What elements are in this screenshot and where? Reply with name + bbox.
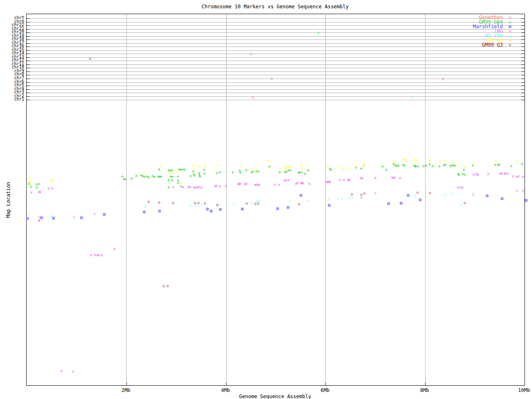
wi-rh-point: ∗ — [167, 169, 170, 175]
gm99-gb4-point: + — [329, 167, 332, 172]
marshfield-point — [103, 213, 106, 216]
gm99-gb4-point: + — [124, 177, 127, 182]
mb-gridline — [325, 14, 326, 385]
marshfield-point — [276, 207, 279, 210]
tng-point: × — [239, 181, 242, 186]
marshfield-point — [407, 194, 409, 197]
y-tick — [521, 50, 525, 51]
y-tick — [27, 61, 30, 61]
chart-title: Chromosome 10 Markers vs Genome Sequence… — [26, 4, 524, 10]
gm99-gb4-point: + — [218, 170, 222, 175]
y-tick — [27, 43, 30, 44]
wi-rh-point: ∗ — [180, 180, 183, 186]
wi-yac-point: △ — [190, 203, 192, 207]
marshfield-point — [300, 194, 302, 197]
tng-point: × — [328, 180, 331, 185]
gm99-g3-point: ◇ — [148, 200, 150, 204]
gm99-gb4-point: + — [498, 162, 501, 167]
tng-point: × — [393, 175, 396, 180]
chart-canvas: Chromosome 10 Markers vs Genome Sequence… — [0, 0, 532, 399]
tng-point: × — [338, 177, 341, 182]
gm99-gb4-point: + — [198, 174, 202, 179]
marshfield-point — [241, 208, 244, 210]
wi-yac-point: △ — [444, 192, 446, 196]
wi-rh-point: ∗ — [143, 169, 146, 175]
gm99-gb4-point: + — [239, 170, 242, 175]
gm99-gb4-point: + — [193, 173, 196, 178]
gm99-g3-point: ◇ — [172, 201, 175, 205]
tng-point: × — [30, 190, 33, 195]
x-tick-label-6Mb: 6Mb — [320, 387, 330, 393]
tng-point: × — [71, 369, 74, 374]
tng-point: × — [273, 182, 276, 187]
wi-yac-point: △ — [233, 201, 235, 205]
wi-rh-point: ∗ — [347, 165, 351, 171]
y-tick — [521, 75, 525, 75]
wi-rh-point: ∗ — [239, 163, 242, 168]
marshfield-point — [419, 199, 421, 201]
y-tick — [521, 22, 525, 22]
gm99-gb4-point: + — [397, 163, 400, 168]
mb-gridline — [226, 14, 227, 385]
y-tick — [521, 57, 525, 58]
tng-point: × — [441, 76, 444, 81]
gm99-gb4-point: + — [431, 163, 435, 169]
tng-point: × — [296, 180, 299, 185]
marshfield-point — [143, 211, 145, 213]
tng-point: × — [60, 369, 63, 374]
wi-yac-point: △ — [414, 193, 416, 197]
gm99-g3-point: ◇ — [197, 201, 200, 205]
tng-point: × — [258, 182, 261, 187]
tng-point: × — [487, 172, 490, 177]
wi-rh-point: ∗ — [463, 163, 466, 169]
y-tick — [521, 18, 525, 19]
wi-rh-point: ∗ — [254, 167, 258, 172]
wi-rh-point: ∗ — [355, 164, 358, 170]
y-tick — [521, 29, 525, 30]
wi-rh-point: ∗ — [340, 165, 343, 171]
wi-rh-point: ∗ — [288, 164, 292, 170]
wi-yac-point: △ — [341, 197, 343, 200]
gm99-gb4-point: + — [463, 172, 466, 177]
wi-yac-point: △ — [200, 203, 202, 207]
x-tick-label-8Mb: 8Mb — [420, 387, 429, 393]
y-tick — [521, 79, 525, 79]
tng-point: × — [361, 176, 364, 181]
tng-point: × — [512, 174, 515, 179]
wi-rh-point: ∗ — [515, 158, 519, 164]
chromosome-gridline — [27, 50, 525, 51]
y-tick — [27, 82, 30, 83]
marshfield-point — [287, 206, 289, 209]
gm99-g3-point: ◇ — [360, 192, 362, 197]
gm99-g3-point: ◇ — [254, 202, 256, 206]
tng-point: × — [113, 246, 116, 251]
y-tick — [521, 96, 525, 97]
tng-point: × — [270, 76, 273, 81]
y-tick — [521, 43, 525, 44]
genethon-point: ◇ — [374, 191, 377, 195]
wi-rh-point: ∗ — [278, 165, 282, 171]
gm99-g3-point: ◇ — [246, 201, 248, 205]
gm99-gb4-point: + — [183, 167, 186, 172]
legend-marker-marshfield — [509, 25, 511, 28]
marshfield-point — [210, 210, 212, 212]
tng-point: × — [476, 172, 479, 177]
y-tick — [521, 25, 525, 26]
gm99-g3-point: ◇ — [194, 201, 196, 205]
chromosome-gridline — [27, 82, 525, 83]
wi-yac-point: △ — [28, 213, 30, 217]
chromosome-gridline — [27, 89, 525, 90]
tng-point: × — [500, 171, 503, 176]
wi-rh-point: ∗ — [306, 162, 310, 168]
wi-yac-point: △ — [288, 199, 291, 203]
y-tick — [27, 47, 30, 47]
wi-yac-point: △ — [348, 195, 350, 199]
tng-point: × — [374, 175, 377, 180]
wi-yac-point: △ — [337, 197, 339, 201]
plot-area: ◇◇◇◇◇◇◇◇++++++++++++++++++++++++++++++++… — [26, 14, 525, 386]
chromosome-gridline — [27, 86, 525, 86]
y-tick — [27, 57, 30, 58]
marshfield-point — [486, 195, 488, 197]
y-tick — [27, 71, 30, 72]
wi-yac-point: △ — [522, 189, 524, 193]
